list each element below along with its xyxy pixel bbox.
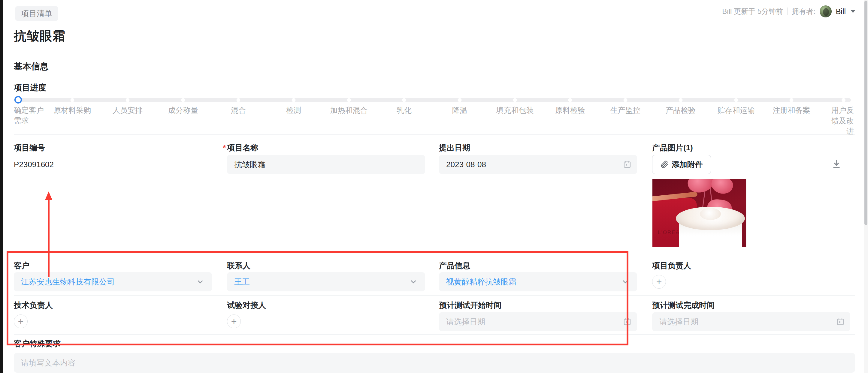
back-tag-label: 项目清单 <box>21 9 52 18</box>
stepper-dot[interactable] <box>237 98 241 102</box>
row-divider <box>14 334 855 335</box>
stepper-dot[interactable] <box>513 98 517 102</box>
propose-date-label: 提出日期 <box>439 143 470 152</box>
topbar-right: Bill 更新于 5分钟前 拥有者: Bill <box>722 4 856 19</box>
add-tech-owner-button[interactable]: + <box>14 314 28 328</box>
stepper-dot[interactable] <box>347 98 351 102</box>
stepper-dot[interactable] <box>842 98 845 102</box>
stepper-step-14[interactable]: 贮存和运输 <box>709 96 764 115</box>
project-name-input[interactable] <box>227 155 425 174</box>
stepper-dot[interactable] <box>402 98 406 102</box>
row-divider <box>14 134 855 135</box>
owner-label: 拥有者: <box>792 7 815 16</box>
special-requirements-input[interactable] <box>14 353 855 373</box>
topbar-divider <box>787 7 787 15</box>
customer-value: 江苏安惠生物科技有限公司 <box>21 277 196 287</box>
add-test-liaison-button[interactable]: + <box>227 314 241 328</box>
propose-date-input[interactable] <box>439 155 637 174</box>
page-title: 抗皱眼霜 <box>14 28 65 44</box>
left-edge-strip <box>0 0 3 373</box>
annotation-arrow-line <box>48 199 50 277</box>
contact-label: 联系人 <box>227 261 250 270</box>
leaf-shape <box>710 179 734 196</box>
test-start-date-input[interactable] <box>439 312 637 331</box>
stepper-step-6[interactable]: 检测 <box>266 96 321 115</box>
stepper-step-1[interactable]: 确定客户需求 <box>14 96 44 126</box>
project-detail-page: 项目清单 Bill 更新于 5分钟前 拥有者: Bill 抗皱眼霜 基本信息 项… <box>0 0 868 373</box>
stepper-step-8[interactable]: 乳化 <box>376 96 432 115</box>
row-divider <box>14 295 855 296</box>
owner-avatar[interactable] <box>820 5 832 18</box>
test-liaison-label: 试验对接人 <box>227 301 266 310</box>
contact-select[interactable]: 王工 <box>227 272 425 292</box>
scrollbar-thumb[interactable] <box>864 1 867 225</box>
product-info-value: 视黄醇精粹抗皱眼霜 <box>446 277 621 287</box>
product-info-label: 产品信息 <box>439 261 470 270</box>
stepper-step-7[interactable]: 加热和混合 <box>321 96 376 115</box>
download-icon <box>831 159 842 169</box>
stepper-step-2[interactable]: 原材料采购 <box>45 96 100 115</box>
customer-label: 客户 <box>14 261 29 270</box>
stepper-active-dot[interactable] <box>14 96 22 104</box>
project-name-label: *项目名称 <box>223 143 258 152</box>
stepper-dot[interactable] <box>734 98 738 102</box>
back-to-project-list-button[interactable]: 项目清单 <box>15 6 58 21</box>
annotation-arrow-head <box>45 192 52 200</box>
calendar-icon <box>623 160 632 169</box>
special-requirements-label: 客户特殊要求 <box>14 339 61 348</box>
test-start-label: 预计测试开始时间 <box>439 301 501 310</box>
stepper-dot[interactable] <box>458 98 462 102</box>
product-image-thumbnail[interactable]: L'ORÉA <box>652 179 746 247</box>
section-divider <box>14 75 855 75</box>
product-info-select[interactable]: 视黄醇精粹抗皱眼霜 <box>439 272 637 292</box>
required-asterisk: * <box>223 143 226 152</box>
test-end-date-input[interactable] <box>652 312 850 331</box>
stepper-dot[interactable] <box>789 98 794 102</box>
stepper-dot[interactable] <box>126 98 130 102</box>
add-project-owner-button[interactable]: + <box>652 275 666 289</box>
stepper-step-4[interactable]: 成分称量 <box>156 96 211 115</box>
chevron-down-icon <box>409 277 418 286</box>
test-start-field[interactable] <box>439 312 637 331</box>
owner-caret-down-icon[interactable] <box>850 10 856 13</box>
stepper-dot[interactable] <box>568 98 572 102</box>
cream-swirl-shape <box>700 208 721 220</box>
stepper-dot[interactable] <box>181 98 185 102</box>
plus-icon: + <box>18 316 24 326</box>
product-image-label: 产品图片(1) <box>652 143 693 152</box>
stepper-step-16[interactable]: 用户反馈及改进 <box>825 96 854 137</box>
test-end-label: 预计测试完成时间 <box>652 301 715 310</box>
progress-field-label: 项目进度 <box>14 82 46 93</box>
stepper-step-3[interactable]: 人员安排 <box>100 96 155 115</box>
project-no-value: P23091602 <box>14 160 54 169</box>
chevron-down-icon <box>196 277 205 286</box>
stepper-step-10[interactable]: 填充和包装 <box>487 96 542 115</box>
row-divider <box>14 256 855 256</box>
plus-icon: + <box>656 277 662 286</box>
test-end-field[interactable] <box>652 312 850 331</box>
stepper-step-12[interactable]: 生产监控 <box>598 96 653 115</box>
paperclip-icon <box>660 160 669 169</box>
add-attachment-button[interactable]: 添加附件 <box>652 155 711 174</box>
stepper-step-15[interactable]: 注册和备案 <box>764 96 819 115</box>
stepper-dot[interactable] <box>679 98 683 102</box>
stepper-step-9[interactable]: 降温 <box>432 96 487 115</box>
stepper-dot[interactable] <box>624 98 627 102</box>
propose-date-field[interactable] <box>439 155 637 174</box>
stepper-step-11[interactable]: 原料检验 <box>542 96 598 115</box>
download-attachments-button[interactable] <box>831 159 842 169</box>
add-attachment-label: 添加附件 <box>672 159 703 170</box>
customer-select[interactable]: 江苏安惠生物科技有限公司 <box>14 272 212 292</box>
calendar-icon <box>836 317 845 326</box>
contact-value: 王工 <box>234 277 409 287</box>
project-owner-label: 项目负责人 <box>652 261 691 270</box>
updated-status: Bill 更新于 5分钟前 <box>722 7 783 16</box>
stepper-step-5[interactable]: 混合 <box>211 96 266 115</box>
stepper-dot[interactable] <box>70 98 74 102</box>
calendar-icon <box>623 317 632 326</box>
tech-owner-label: 技术负责人 <box>14 301 53 310</box>
section-title-basic-info: 基本信息 <box>14 61 49 73</box>
brand-embossing: L'ORÉA <box>658 230 680 236</box>
stepper-step-13[interactable]: 产品检验 <box>653 96 708 115</box>
stepper-dot[interactable] <box>292 98 296 102</box>
